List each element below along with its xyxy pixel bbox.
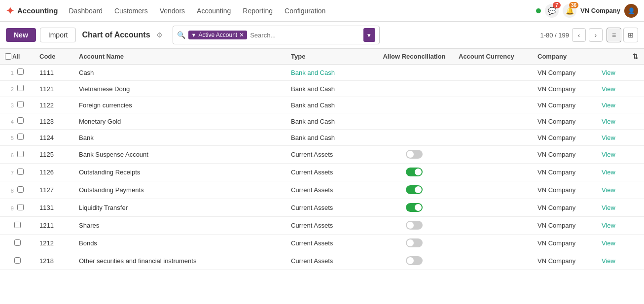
search-input[interactable] xyxy=(250,32,360,39)
row-type: Current Assets xyxy=(286,164,375,181)
row-view-cell[interactable]: View xyxy=(597,65,626,81)
row-view-cell[interactable]: View xyxy=(597,81,626,97)
messages-button[interactable]: 💬 7 xyxy=(545,4,559,18)
company-header[interactable]: Company xyxy=(533,49,597,65)
row-view-cell[interactable]: View xyxy=(597,113,626,130)
table-row: 8 1127 Outstanding Payments Current Asse… xyxy=(0,181,644,199)
view-link[interactable]: View xyxy=(602,69,615,76)
type-header[interactable]: Type xyxy=(286,49,375,65)
prev-page-button[interactable]: ‹ xyxy=(572,28,586,42)
nav-dashboard[interactable]: Dashboard xyxy=(64,4,108,18)
group-number: 2 xyxy=(11,86,14,92)
view-link[interactable]: View xyxy=(602,151,615,158)
reconcile-toggle[interactable] xyxy=(406,168,423,176)
row-checkbox[interactable] xyxy=(17,151,24,157)
page-title: Chart of Accounts xyxy=(82,31,150,39)
list-view-button[interactable]: ≡ xyxy=(607,28,621,42)
account-name-header[interactable]: Account Name xyxy=(74,49,286,65)
view-link[interactable]: View xyxy=(602,186,615,194)
row-view-cell[interactable]: View xyxy=(597,164,626,181)
view-link[interactable]: View xyxy=(602,169,615,176)
row-view-cell[interactable]: View xyxy=(597,235,626,252)
row-type: Current Assets xyxy=(286,146,375,164)
reconcile-toggle[interactable] xyxy=(406,203,423,212)
notifications-button[interactable]: 🔔 36 xyxy=(563,4,576,18)
brand: ✦ Accounting xyxy=(6,5,58,17)
grid-view-button[interactable]: ⊞ xyxy=(623,28,638,42)
row-reconcile xyxy=(375,97,454,113)
row-check-cell xyxy=(0,235,35,252)
code-header[interactable]: Code xyxy=(35,49,74,65)
type-link[interactable]: Bank and Cash xyxy=(291,69,335,76)
col-settings-header[interactable]: ⇅ xyxy=(626,49,644,65)
nav-customers[interactable]: Customers xyxy=(109,4,153,18)
reconcile-toggle[interactable] xyxy=(406,150,423,159)
reconcile-toggle[interactable] xyxy=(406,256,423,265)
pagination-label: 1-80 / 199 xyxy=(540,32,569,39)
view-link[interactable]: View xyxy=(602,204,615,211)
row-view-cell[interactable]: View xyxy=(597,97,626,113)
row-currency xyxy=(454,81,533,97)
company-name: VN Company xyxy=(580,7,620,14)
search-dropdown-button[interactable]: ▾ xyxy=(363,28,375,42)
row-company: VN Company xyxy=(533,146,597,164)
row-checkbox[interactable] xyxy=(14,257,21,264)
view-link[interactable]: View xyxy=(602,101,615,109)
row-view-cell[interactable]: View xyxy=(597,146,626,164)
group-number: 5 xyxy=(11,135,14,141)
settings-icon[interactable]: ⚙ xyxy=(156,31,163,39)
row-code: 1111 xyxy=(35,65,74,81)
table-row: 1212 Bonds Current Assets VN Company Vie… xyxy=(0,235,644,252)
nav-configuration[interactable]: Configuration xyxy=(280,4,330,18)
row-checkbox[interactable] xyxy=(14,239,21,246)
next-page-button[interactable]: › xyxy=(589,28,603,42)
reconcile-toggle[interactable] xyxy=(406,238,423,247)
row-check-cell: 2 xyxy=(0,81,35,97)
view-link[interactable]: View xyxy=(602,222,615,229)
row-checkbox[interactable] xyxy=(17,134,24,140)
row-type: Bank and Cash xyxy=(286,97,375,113)
filter-tag[interactable]: ▼ Active Account ✕ xyxy=(188,31,248,39)
filter-remove-button[interactable]: ✕ xyxy=(239,32,244,38)
row-view-cell[interactable]: View xyxy=(597,130,626,146)
pagination: 1-80 / 199 ‹ › xyxy=(540,28,603,42)
view-link[interactable]: View xyxy=(602,118,615,125)
row-checkbox[interactable] xyxy=(17,101,24,107)
new-button[interactable]: New xyxy=(6,28,36,42)
import-button[interactable]: Import xyxy=(40,28,76,42)
select-all-header[interactable]: All xyxy=(0,49,35,65)
action-header xyxy=(597,49,626,65)
row-name: Outstanding Payments xyxy=(74,181,286,199)
row-checkbox[interactable] xyxy=(17,204,24,210)
view-link[interactable]: View xyxy=(602,239,615,247)
nav-vendors[interactable]: Vendors xyxy=(155,4,190,18)
row-checkbox[interactable] xyxy=(17,117,24,124)
select-all-checkbox[interactable] xyxy=(5,53,11,60)
row-checkbox[interactable] xyxy=(14,222,21,228)
row-type: Current Assets xyxy=(286,181,375,199)
view-link[interactable]: View xyxy=(602,134,615,141)
avatar[interactable]: 👤 xyxy=(624,4,638,18)
type-value: Current Assets xyxy=(291,239,333,247)
row-checkbox[interactable] xyxy=(17,68,24,75)
row-view-cell[interactable]: View xyxy=(597,181,626,199)
table-container: All Code Account Name Type Allow Reconci… xyxy=(0,49,644,304)
type-value: Bank and Cash xyxy=(291,134,335,141)
row-checkbox[interactable] xyxy=(17,169,24,175)
view-link[interactable]: View xyxy=(602,85,615,93)
row-checkbox[interactable] xyxy=(17,85,24,91)
reconcile-toggle[interactable] xyxy=(406,221,423,230)
brand-icon: ✦ xyxy=(6,5,14,17)
reconcile-header[interactable]: Allow Reconciliation xyxy=(375,49,454,65)
type-value: Current Assets xyxy=(291,204,333,211)
row-checkbox[interactable] xyxy=(17,186,24,193)
nav-reporting[interactable]: Reporting xyxy=(238,4,278,18)
currency-header[interactable]: Account Currency xyxy=(454,49,533,65)
row-view-cell[interactable]: View xyxy=(597,217,626,235)
reconcile-toggle[interactable] xyxy=(406,185,423,194)
nav-accounting[interactable]: Accounting xyxy=(192,4,236,18)
row-code: 1212 xyxy=(35,235,74,252)
row-view-cell[interactable]: View xyxy=(597,252,626,270)
view-link[interactable]: View xyxy=(602,257,615,265)
row-view-cell[interactable]: View xyxy=(597,199,626,217)
